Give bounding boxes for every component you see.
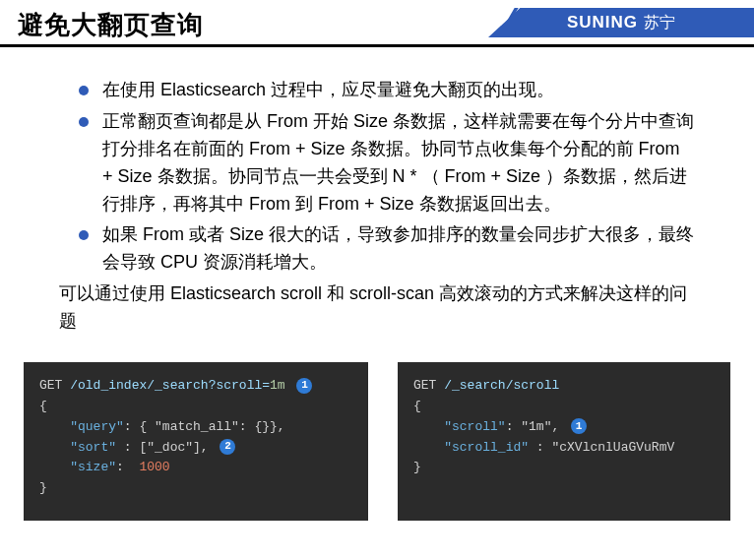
code-text: GET	[413, 378, 444, 393]
code-text: }	[413, 460, 421, 474]
code-text: : ["_doc"],	[116, 440, 216, 455]
slide-content: 在使用 Elasticsearch 过程中，应尽量避免大翻页的出现。 正常翻页查…	[0, 47, 754, 345]
code-text: GET	[39, 378, 70, 393]
code-text: : "cXVlcnlUaGVuRmV	[529, 440, 674, 455]
followup-text: 可以通过使用 Elasticsearch scroll 和 scroll-sca…	[59, 280, 695, 336]
code-block-left: GET /old_index/_search?scroll=1m 1 { "qu…	[24, 362, 368, 521]
code-area: GET /old_index/_search?scroll=1m 1 { "qu…	[0, 362, 754, 521]
code-text: {	[39, 399, 47, 413]
bullet-item: 在使用 Elasticsearch 过程中，应尽量避免大翻页的出现。	[79, 77, 695, 104]
code-text: "size"	[70, 460, 116, 474]
slide-header: 避免大翻页查询 SUNING 苏宁	[0, 0, 754, 47]
code-text: "scroll"	[444, 419, 505, 434]
bullet-item: 正常翻页查询都是从 From 开始 Size 条数据，这样就需要在每个分片中查询…	[79, 108, 695, 218]
code-text: /_search/scroll	[444, 378, 559, 393]
code-text: : "1m",	[506, 419, 567, 434]
annotation-badge: 1	[571, 418, 587, 434]
code-text: "query"	[70, 419, 124, 434]
brand-banner: SUNING 苏宁	[488, 8, 754, 37]
code-text: : { "match_all": {}},	[124, 419, 285, 434]
brand-cn: 苏宁	[644, 13, 675, 33]
brand-en: SUNING	[567, 13, 638, 32]
code-block-right: GET /_search/scroll { "scroll": "1m", 1 …	[398, 362, 730, 521]
code-text: 1m	[270, 378, 285, 393]
code-text: /old_index/_search?scroll=	[70, 378, 270, 393]
bullet-list: 在使用 Elasticsearch 过程中，应尽量避免大翻页的出现。 正常翻页查…	[79, 77, 695, 277]
annotation-badge: 2	[220, 439, 235, 455]
code-text: }	[39, 480, 47, 495]
code-text: "scroll_id"	[444, 440, 529, 455]
code-text: {	[413, 399, 421, 413]
code-text: 1000	[139, 460, 169, 474]
code-text: :	[116, 460, 139, 474]
code-text: "sort"	[70, 440, 116, 455]
bullet-item: 如果 From 或者 Size 很大的话，导致参加排序的数量会同步扩大很多，最终…	[79, 221, 695, 277]
annotation-badge: 1	[296, 378, 312, 394]
